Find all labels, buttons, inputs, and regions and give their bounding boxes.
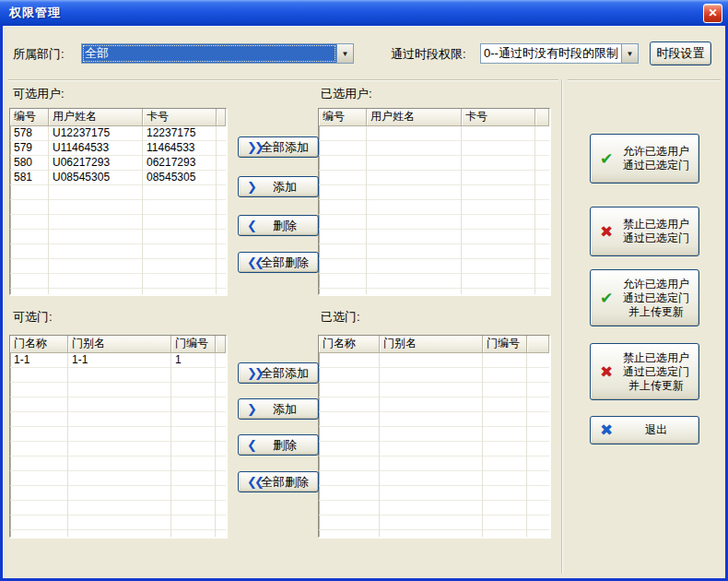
users-add-all-button[interactable]: ❯❯ 全部添加: [238, 136, 319, 158]
table-header: 编号用户姓名卡号: [10, 109, 226, 126]
table-body: [319, 353, 549, 537]
table-row[interactable]: 1-11-11: [10, 353, 226, 368]
column-separator: [379, 353, 380, 537]
table-cell: 1-1: [10, 353, 68, 368]
doors-remove-all-button[interactable]: ❮❮ 全部删除: [238, 471, 319, 492]
check-icon: ✔: [600, 290, 613, 306]
horizontal-divider: [8, 79, 558, 80]
cross-icon: ✖: [600, 422, 613, 438]
users-remove-all-button[interactable]: ❮❮ 全部删除: [238, 252, 319, 273]
dialog-content: 所属部门: 全部 ▼ 通过时段权限: 0--通过时没有时段的限制 ▼ 时段设置 …: [3, 26, 725, 578]
chevron-down-icon[interactable]: ▼: [621, 44, 638, 63]
table-body: [319, 126, 549, 294]
chevron-right-icon: ❯: [247, 181, 257, 193]
column-separator: [215, 353, 216, 537]
table-cell: U12237175: [49, 126, 143, 141]
column-header[interactable]: 用户姓名: [367, 109, 462, 126]
doors-remove-button[interactable]: ❮ 删除: [238, 434, 319, 456]
button-label: 全部添加: [261, 365, 309, 382]
table-cell: 12237175: [143, 126, 217, 141]
users-remove-button[interactable]: ❮ 删除: [238, 215, 319, 236]
selected-users-table[interactable]: 编号用户姓名卡号: [318, 108, 550, 295]
column-header[interactable]: 门别名: [68, 336, 171, 353]
table-cell: 580: [10, 156, 49, 171]
chevron-down-icon[interactable]: ▼: [336, 44, 353, 63]
permission-management-window: 权限管理 ✕ 所属部门: 全部 ▼ 通过时段权限: 0--通过时没有时段的限制 …: [0, 0, 728, 581]
column-separator: [67, 353, 68, 537]
table-cell: U11464533: [49, 141, 143, 156]
column-header[interactable]: 门别名: [380, 336, 483, 353]
forbid-selected-users-through-doors-upload-button[interactable]: ✖ 禁止已选用户通过已选定门并上传更新: [590, 343, 699, 400]
time-permission-selected-value: 0--通过时没有时段的限制: [481, 44, 621, 63]
table-body: 578U1223717512237175579U1146453311464533…: [10, 126, 226, 294]
chevron-left-icon: ❮: [247, 439, 257, 451]
table-cell: 1-1: [68, 353, 171, 368]
column-separator: [366, 126, 367, 294]
selected-doors-table[interactable]: 门名称门别名门编号: [318, 335, 550, 538]
button-label: 禁止已选用户通过已选定门并上传更新: [618, 351, 694, 393]
close-icon[interactable]: ✕: [703, 4, 722, 23]
available-doors-table[interactable]: 门名称门别名门编号1-11-11: [9, 335, 227, 538]
table-cell: 579: [10, 141, 49, 156]
cross-icon: ✖: [600, 224, 613, 240]
chevron-left-icon: ❮: [247, 219, 257, 231]
column-header[interactable]: 编号: [10, 109, 49, 126]
column-header-filler: [217, 109, 226, 126]
column-separator: [170, 353, 171, 537]
column-header[interactable]: 卡号: [462, 109, 535, 126]
allow-selected-users-through-doors-button[interactable]: ✔ 允许已选用户通过已选定门: [590, 134, 699, 184]
users-add-button[interactable]: ❯ 添加: [238, 176, 319, 197]
doors-add-button[interactable]: ❯ 添加: [238, 398, 319, 420]
table-row[interactable]: 579U1146453311464533: [10, 141, 226, 156]
button-label: 添加: [273, 401, 297, 418]
doors-add-all-button[interactable]: ❯❯ 全部添加: [238, 362, 319, 384]
button-label: 添加: [273, 179, 297, 196]
available-users-label: 可选用户:: [13, 86, 65, 102]
title-bar[interactable]: 权限管理 ✕: [0, 0, 728, 26]
time-permission-select[interactable]: 0--通过时没有时段的限制 ▼: [480, 43, 639, 64]
available-users-table[interactable]: 编号用户姓名卡号578U1223717512237175579U11464533…: [9, 108, 227, 295]
column-header[interactable]: 用户姓名: [49, 109, 143, 126]
table-row[interactable]: 580U0621729306217293: [10, 156, 226, 171]
table-body: 1-11-11: [10, 353, 226, 537]
allow-selected-users-through-doors-upload-button[interactable]: ✔ 允许已选用户通过已选定门 并上传更新: [590, 269, 699, 326]
table-cell: 11464533: [143, 141, 217, 156]
column-header[interactable]: 门编号: [483, 336, 527, 353]
department-select[interactable]: 全部 ▼: [81, 43, 354, 64]
chevron-right-icon: ❯: [247, 403, 257, 415]
selected-users-label: 已选用户:: [321, 86, 372, 102]
double-chevron-right-icon: ❯❯: [247, 367, 264, 379]
selected-doors-label: 已选门:: [321, 309, 360, 326]
column-header-filler: [216, 336, 226, 353]
column-header[interactable]: 卡号: [143, 109, 217, 126]
button-label: 全部删除: [261, 474, 309, 491]
table-cell: 581: [10, 171, 49, 185]
table-cell: 1: [171, 353, 216, 368]
table-header: 门名称门别名门编号: [319, 336, 549, 353]
time-settings-button[interactable]: 时段设置: [650, 42, 711, 65]
column-header[interactable]: 门名称: [10, 336, 68, 353]
exit-button[interactable]: ✖ 退出: [590, 416, 699, 445]
window-title: 权限管理: [9, 5, 61, 21]
table-cell: 08545305: [143, 171, 217, 185]
department-selected-value: 全部: [82, 44, 336, 63]
button-label: 删除: [273, 218, 297, 234]
button-label: 允许已选用户通过已选定门: [618, 145, 694, 172]
double-chevron-left-icon: ❮❮: [247, 256, 264, 268]
forbid-selected-users-through-doors-button[interactable]: ✖ 禁止已选用户通过已选定门: [590, 207, 699, 256]
table-cell: 578: [10, 126, 49, 141]
column-separator: [482, 353, 483, 537]
cross-icon: ✖: [600, 364, 613, 380]
table-cell: 06217293: [143, 156, 217, 171]
column-header[interactable]: 门名称: [319, 336, 380, 353]
column-separator: [461, 126, 462, 294]
button-label: 全部添加: [261, 139, 309, 156]
department-label: 所属部门:: [13, 46, 65, 63]
table-header: 编号用户姓名卡号: [319, 109, 549, 126]
table-row[interactable]: 581U0854530508545305: [10, 171, 226, 185]
vertical-divider: [561, 79, 562, 574]
column-header[interactable]: 编号: [319, 109, 367, 126]
available-doors-label: 可选门:: [13, 309, 53, 326]
column-header[interactable]: 门编号: [171, 336, 216, 353]
table-row[interactable]: 578U1223717512237175: [10, 126, 226, 141]
